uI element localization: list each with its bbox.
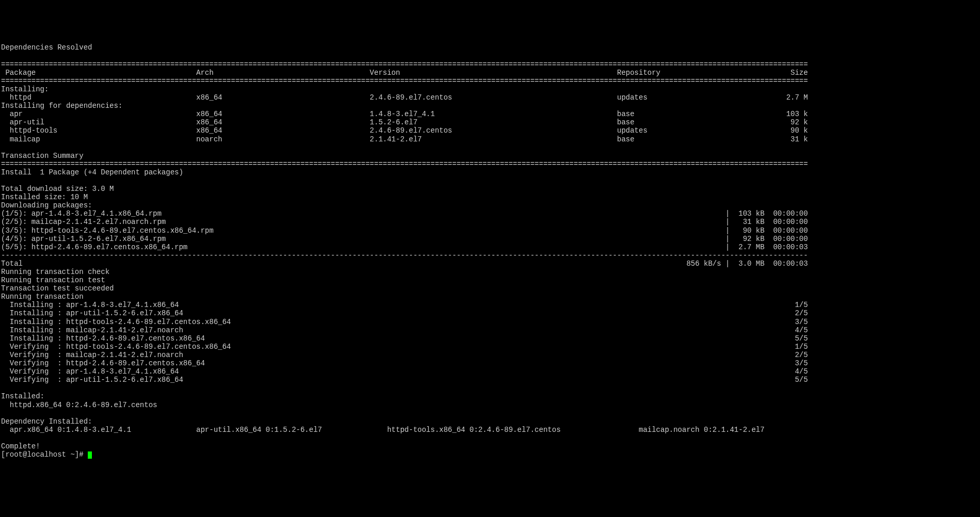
terminal-output[interactable]: Dependencies Resolved ==================… [0,41,980,461]
cursor-icon [88,451,92,459]
shell-prompt[interactable]: [root@localhost ~]# [1,450,88,459]
